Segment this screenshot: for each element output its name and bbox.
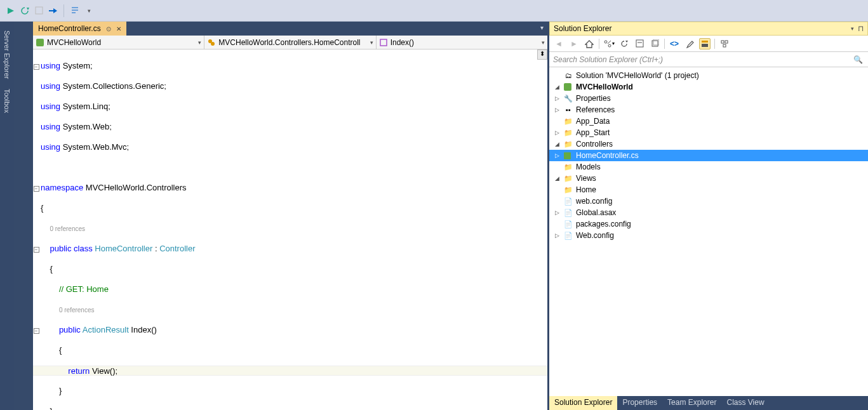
globalasax-node[interactable]: ▷📄Global.asax [549,207,868,218]
solution-explorer-title: Solution Explorer ▾ ⊓ [549,22,868,36]
chevron-down-icon: ▾ [198,39,201,46]
folder-icon: 📁 [563,140,573,149]
solution-node[interactable]: 🗂Solution 'MVCHelloWorld' (1 project) [549,70,868,81]
chevron-down-icon: ▾ [370,39,373,46]
nav-project[interactable]: MVCHelloWorld ▾ [33,36,204,49]
folder-icon: 📁 [563,186,573,194]
filter-icon[interactable]: ▾ [603,38,615,50]
svg-rect-21 [702,41,708,43]
packages-node[interactable]: 📄packages.config [549,218,868,230]
svg-rect-8 [36,39,44,46]
tab-dropdown-icon[interactable]: ▾ [540,24,544,31]
references-icon: ▪▪ [563,106,573,114]
svg-marker-12 [585,41,593,48]
tab-class-view[interactable]: Class View [721,396,769,410]
config-icon: 📄 [563,220,573,228]
svg-point-14 [608,44,611,47]
appstart-node[interactable]: ▷📁App_Start [549,127,868,138]
view-class-icon[interactable] [719,38,730,50]
home-folder-node[interactable]: 📁Home [549,184,868,195]
csharp-icon [36,38,44,47]
chevron-down-icon[interactable]: ▾ [851,25,854,32]
indent-icon[interactable] [69,5,81,17]
solution-explorer-search[interactable]: Search Solution Explorer (Ctrl+;) 🔍 [549,52,868,67]
bottom-tabstrip: Solution Explorer Properties Team Explor… [549,396,868,410]
code-editor[interactable]: −using System; using System.Collections.… [33,50,547,410]
config-icon: 📄 [563,197,573,206]
toolbox-tab[interactable]: Toolbox [2,85,12,117]
fold-toggle[interactable]: − [34,247,39,253]
nav-member[interactable]: Index() ▾ [377,36,547,49]
svg-rect-20 [653,39,659,45]
code-navbar: MVCHelloWorld ▾ MVCHelloWorld.Controller… [33,36,547,50]
top-toolbar: ▾ [0,0,868,22]
folder-icon: 📁 [563,129,573,137]
svg-marker-16 [625,41,628,43]
config-icon: 📄 [563,232,573,240]
controllers-node[interactable]: ◢📁Controllers [549,138,868,150]
forward-icon[interactable]: ► [568,38,580,50]
save-icon[interactable] [33,5,44,17]
svg-rect-27 [564,152,571,159]
asax-icon: 📄 [563,209,573,217]
csfile-icon [563,152,573,160]
project-node[interactable]: ◢MVCHelloWorld [549,81,868,93]
properties-icon[interactable] [684,38,695,50]
references-node[interactable]: ▷▪▪References [549,104,868,116]
tab-team-explorer[interactable]: Team Explorer [662,396,721,410]
svg-rect-26 [564,83,571,91]
home-icon[interactable] [584,38,595,50]
webconfig-node[interactable]: ▷📄Web.config [549,230,868,241]
play-icon[interactable] [5,5,17,17]
appdata-node[interactable]: 📁App_Data [549,116,868,127]
editor-area: HomeController.cs ⊙ ✕ ▾ MVCHelloWorld ▾ … [14,22,547,410]
tab-properties[interactable]: Properties [617,396,662,410]
csharp-icon [563,83,573,91]
chevron-down-icon: ▾ [542,39,545,46]
webconfig-views-node[interactable]: 📄web.config [549,195,868,207]
svg-rect-23 [721,41,724,43]
models-node[interactable]: 📁Models [549,161,868,173]
document-tabstrip: HomeController.cs ⊙ ✕ ▾ [14,22,547,36]
fold-toggle[interactable]: − [34,328,39,334]
code-icon[interactable]: <> [669,38,680,50]
show-all-icon[interactable] [649,38,660,50]
left-sidepanel: Server Explorer Toolbox [0,22,14,410]
nav-class[interactable]: MVCHelloWorld.Controllers.HomeControll ▾ [204,36,376,49]
pin-icon[interactable]: ⊓ [858,24,864,33]
svg-rect-22 [702,44,708,47]
svg-point-10 [211,42,215,46]
pin-icon[interactable]: ⊙ [106,25,111,32]
refresh-icon[interactable] [19,5,30,17]
method-icon [379,38,388,47]
svg-rect-2 [36,7,43,14]
solution-tree[interactable]: 🗂Solution 'MVCHelloWorld' (1 project) ◢M… [549,67,868,396]
homecontroller-node[interactable]: ▷HomeController.cs [549,150,868,161]
server-explorer-tab[interactable]: Server Explorer [2,27,12,83]
tab-label: HomeController.cs [38,24,101,33]
tab-solution-explorer[interactable]: Solution Explorer [549,396,617,410]
svg-rect-24 [725,41,728,43]
refresh-icon[interactable] [618,38,630,50]
properties-node[interactable]: ▷🔧Properties [549,93,868,104]
collapse-icon[interactable] [634,38,645,50]
svg-line-15 [608,41,611,44]
tab-homecontroller[interactable]: HomeController.cs ⊙ ✕ [33,22,126,36]
fold-toggle[interactable]: − [34,64,39,70]
close-icon[interactable]: ✕ [116,25,121,32]
svg-marker-1 [27,8,29,10]
solution-icon: 🗂 [563,72,573,79]
solution-explorer-panel: Solution Explorer ▾ ⊓ ◄ ► ▾ <> Search So… [547,22,868,410]
folder-icon: 📁 [563,175,573,183]
search-icon: 🔍 [853,55,863,64]
step-icon[interactable] [47,5,58,17]
svg-rect-17 [636,40,643,47]
fold-toggle[interactable]: − [34,186,39,192]
chevron-down-icon[interactable]: ▾ [83,5,95,17]
preview-icon[interactable] [699,38,711,50]
class-icon [207,38,216,47]
svg-marker-3 [53,8,57,13]
views-node[interactable]: ◢📁Views [549,173,868,184]
back-icon[interactable]: ◄ [553,38,564,50]
folder-icon: 📁 [563,117,573,126]
